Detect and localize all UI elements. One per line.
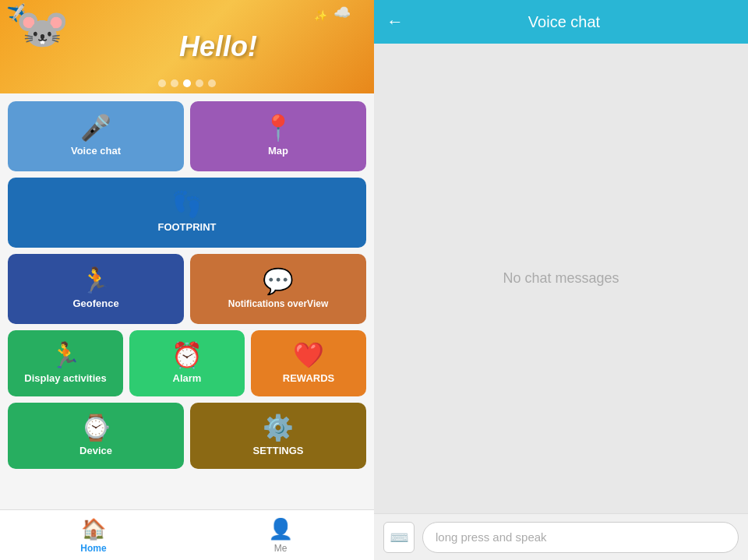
rewards-icon: ❤️ bbox=[293, 343, 324, 368]
rewards-tile[interactable]: ❤️ REWARDS bbox=[251, 330, 366, 396]
hello-text: Hello! bbox=[179, 30, 257, 63]
person-icon: 👤 bbox=[268, 517, 293, 541]
cloud-icon: ☁️ bbox=[333, 4, 351, 21]
device-label: Device bbox=[79, 445, 112, 457]
dot-3[interactable] bbox=[183, 79, 191, 87]
geofence-label: Geofence bbox=[72, 298, 118, 310]
keyboard-icon: ⌨️ bbox=[390, 528, 409, 547]
grid-row-4: 🏃 Display activities ⏰ Alarm ❤️ REWARDS bbox=[8, 330, 366, 396]
grid-container: 🎤 Voice chat 📍 Map 👣 FOOTPRINT 🏃 Geofenc… bbox=[0, 93, 374, 509]
display-activities-tile[interactable]: 🏃 Display activities bbox=[8, 330, 123, 396]
grid-row-3: 🏃 Geofence 💬 Notifications overView bbox=[8, 254, 366, 324]
nav-me[interactable]: 👤 Me bbox=[187, 517, 374, 554]
notifications-icon: 💬 bbox=[263, 269, 294, 294]
dot-1[interactable] bbox=[158, 79, 166, 87]
dot-5[interactable] bbox=[208, 79, 216, 87]
map-label: Map bbox=[268, 145, 288, 157]
device-tile[interactable]: ⌚ Device bbox=[8, 403, 184, 469]
geofence-icon: 🏃 bbox=[80, 268, 111, 293]
home-icon: 🏠 bbox=[81, 517, 106, 541]
keyboard-button[interactable]: ⌨️ bbox=[383, 522, 415, 553]
map-pin-icon: 📍 bbox=[263, 115, 294, 140]
star-icon: ✨ bbox=[314, 9, 327, 22]
device-icon: ⌚ bbox=[80, 415, 111, 440]
chat-area: No chat messages bbox=[374, 44, 748, 513]
grid-row-2: 👣 FOOTPRINT bbox=[8, 178, 366, 248]
mickey-character: 🐭 bbox=[16, 4, 69, 55]
voice-input-placeholder: long press and speak bbox=[436, 530, 547, 544]
me-label: Me bbox=[274, 543, 288, 554]
voice-chat-title: Voice chat bbox=[416, 13, 712, 31]
footprint-icon: 👣 bbox=[171, 192, 203, 217]
dot-2[interactable] bbox=[171, 79, 178, 87]
carousel-dots bbox=[158, 79, 216, 87]
display-icon: 🏃 bbox=[50, 343, 81, 368]
alarm-tile[interactable]: ⏰ Alarm bbox=[129, 330, 245, 396]
microphone-icon: 🎤 bbox=[80, 115, 111, 140]
input-bar: ⌨️ long press and speak bbox=[374, 513, 748, 560]
settings-icon: ⚙️ bbox=[263, 415, 294, 440]
notifications-tile[interactable]: 💬 Notifications overView bbox=[190, 254, 366, 324]
map-tile[interactable]: 📍 Map bbox=[190, 101, 366, 171]
geofence-tile[interactable]: 🏃 Geofence bbox=[8, 254, 184, 324]
settings-tile[interactable]: ⚙️ SETTINGS bbox=[190, 403, 366, 469]
voice-header: ← Voice chat bbox=[374, 0, 748, 44]
voice-chat-tile[interactable]: 🎤 Voice chat bbox=[8, 101, 184, 171]
back-button[interactable]: ← bbox=[386, 12, 404, 32]
alarm-label: Alarm bbox=[173, 372, 202, 385]
grid-row-5: ⌚ Device ⚙️ SETTINGS bbox=[8, 403, 366, 469]
alarm-icon: ⏰ bbox=[171, 343, 203, 368]
nav-home[interactable]: 🏠 Home bbox=[0, 517, 187, 554]
home-label: Home bbox=[80, 543, 106, 554]
right-panel: ← Voice chat No chat messages ⌨️ long pr… bbox=[374, 0, 748, 560]
grid-row-1: 🎤 Voice chat 📍 Map bbox=[8, 101, 366, 171]
hero-banner: ✈️ ☁️ ✨ 🐭 Hello! bbox=[0, 0, 374, 93]
left-panel: ✈️ ☁️ ✨ 🐭 Hello! 🎤 Voice chat 📍 Map bbox=[0, 0, 374, 560]
notifications-label: Notifications overView bbox=[228, 298, 328, 309]
voice-input[interactable]: long press and speak bbox=[422, 522, 739, 553]
settings-label: SETTINGS bbox=[252, 445, 303, 457]
bottom-nav: 🏠 Home 👤 Me bbox=[0, 509, 374, 560]
voice-chat-label: Voice chat bbox=[71, 145, 121, 157]
dot-4[interactable] bbox=[196, 79, 203, 87]
rewards-label: REWARDS bbox=[283, 372, 334, 385]
display-label: Display activities bbox=[24, 372, 107, 385]
footprint-tile[interactable]: 👣 FOOTPRINT bbox=[8, 178, 366, 248]
no-messages-text: No chat messages bbox=[503, 270, 619, 287]
footprint-label: FOOTPRINT bbox=[157, 221, 216, 234]
